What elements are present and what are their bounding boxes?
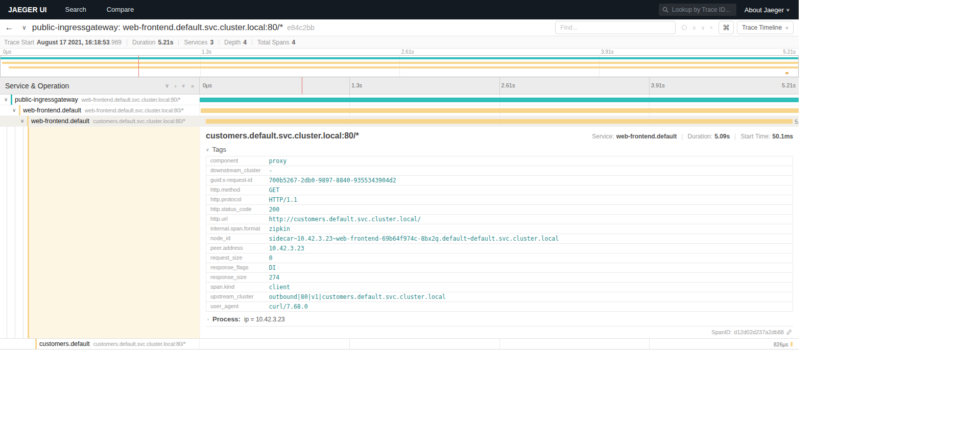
summary-value: August 17 2021, 16:18:53 [37,39,110,46]
chevron-down-icon[interactable]: ∨ [165,82,169,89]
span-name-cell[interactable]: ∨ public-ingressgateway web-frontend.def… [0,95,200,105]
span-bar[interactable] [201,108,799,113]
overview-label: Duration: [687,133,712,140]
span-names: web-frontend.default web-frontend.defaul… [0,105,199,115]
tag-value: 274 [265,273,793,283]
timeline-gridline [649,339,650,349]
find-input[interactable] [555,21,676,34]
trace-lookup[interactable] [659,4,736,16]
trace-minimap: 0μs1.3s2.61s3.91s5.21s [0,49,799,77]
span-rows-below-detail: ∨ customers.default customers.default.sv… [0,339,799,350]
tag-key: internal.span.format [206,224,265,234]
tick-label: 3.91s [601,49,613,55]
span-bar-cell[interactable]: 826μs [200,339,799,350]
span-service-name: customers.default [39,340,90,347]
span-color-strip [28,127,29,338]
span-row[interactable]: ∨ public-ingressgateway web-frontend.def… [0,95,799,105]
span-names: public-ingressgateway web-frontend.defau… [0,95,199,105]
span-rows: ∨ public-ingressgateway web-frontend.def… [0,95,799,350]
span-bar-cell[interactable] [200,95,799,105]
tags-accordion-header[interactable]: ∨ Tags [206,146,793,153]
tick-label: 2.61s [401,49,414,55]
chevron-down-icon[interactable]: ∨ [12,107,16,113]
tag-key: node_id [206,234,265,244]
minimap-span-bar [785,72,788,74]
chevron-down-icon[interactable]: ∨ [20,118,24,124]
tag-value: proxy [265,156,793,166]
chevron-down-icon: ∨ [22,24,27,31]
find-clear-icon[interactable]: × [709,25,712,31]
timeline-header-left: Service & Operation ∨ › » » [0,77,200,94]
span-service-name: web-frontend.default [31,118,89,125]
cursor-guide [302,77,302,94]
nav-item-compare[interactable]: Compare [97,0,144,19]
process-accordion-header[interactable]: › Process: ip = 10.42.3.23 [206,312,793,327]
summary-value: 3 [210,39,213,46]
find-prev-icon[interactable]: ∧ [692,25,696,31]
span-bar[interactable] [206,119,793,124]
span-row[interactable]: ∨ web-frontend.default customers.default… [0,116,799,127]
tag-value: 200 [265,205,793,215]
chevron-right-icon[interactable]: › [175,83,177,89]
span-duration-label: 5.09s [795,119,799,125]
tag-value: 0 [265,253,793,263]
jaeger-app: JAEGER UI SearchCompare About Jaeger ∨ ←… [0,0,799,350]
tag-value: HTTP/1.1 [265,195,793,205]
minimap-graph[interactable] [0,55,799,77]
tag-value: 700b5267-2db0-9897-8840-9355343904d2 [265,176,793,185]
tag-row: upstream_clusteroutbound|80|v1|customers… [206,292,793,302]
tag-value: http://customers.default.svc.cluster.loc… [265,215,793,224]
span-row[interactable]: ∨ web-frontend.default web-frontend.defa… [0,105,799,116]
find-matches-icon[interactable] [681,25,687,31]
link-icon[interactable] [786,329,792,335]
trace-view-selector[interactable]: Trace Timeline ∨ [737,21,794,34]
summary-value: 5.21s [158,39,173,46]
about-jaeger-menu[interactable]: About Jaeger ∨ [745,6,790,14]
tree-indent-guide [23,127,23,338]
timeline-ruler[interactable]: 0μs1.3s2.61s3.91s5.21s [200,77,799,94]
span-name-cell[interactable]: ∨ customers.default customers.default.sv… [0,339,200,350]
brand[interactable]: JAEGER UI [0,6,55,14]
tag-row: user_agentcurl/7.68.0 [206,302,793,312]
trace-collapse-toggle[interactable]: ∨ [18,24,30,31]
span-operation-name: customers.default.svc.cluster.local:80/* [93,341,186,347]
back-button[interactable]: ← [0,22,18,33]
tag-key: response_flags [206,263,265,273]
tick-label: 0μs [3,49,11,55]
timeline-collapse-controls: ∨ › » » [165,82,194,89]
double-chevron-right-icon[interactable]: » [191,83,194,89]
summary-label: Total Spans [257,39,290,46]
overview-separator: | [734,133,736,140]
span-name-cell[interactable]: ∨ web-frontend.default web-frontend.defa… [0,105,200,116]
nav-item-search[interactable]: Search [55,0,96,19]
span-bar[interactable] [791,342,793,346]
trace-id: e84c2bb [287,24,315,32]
chevron-down-icon[interactable]: ∨ [4,97,8,102]
summary-item: Services3 [184,39,213,46]
service-operation-header: Service & Operation [5,82,69,90]
span-bar-cell[interactable]: 5.09s [200,116,799,127]
span-id-value: d12d02d237a2db88 [734,329,784,335]
find-next-icon[interactable]: ∨ [701,25,705,31]
double-chevron-down-icon[interactable]: » [181,84,187,87]
keyboard-shortcuts-button[interactable]: ⌘ [719,21,734,34]
span-detail-left-column [0,127,200,338]
trace-lookup-input[interactable] [671,6,733,14]
span-bar[interactable] [200,98,799,102]
summary-value: 4 [243,39,247,46]
span-color-strip [11,95,12,105]
summary-item: Depth4 [224,39,247,46]
span-name-cell[interactable]: ∨ web-frontend.default customers.default… [0,116,200,127]
tree-indent-guide [7,127,7,338]
tag-key: peer.address [206,244,265,253]
tag-key: response_size [206,273,265,283]
trace-title: public-ingressgateway: web-frontend.defa… [32,22,315,33]
timeline-gridline [499,339,500,349]
ruler-gridline [499,77,500,94]
tag-row: span.kindclient [206,283,793,292]
span-detail-left-highlight [29,127,200,338]
span-bar-cell[interactable] [200,105,799,116]
tag-key: http.url [206,215,265,224]
span-row[interactable]: ∨ customers.default customers.default.sv… [0,339,799,350]
chevron-down-icon: ∨ [206,147,209,152]
